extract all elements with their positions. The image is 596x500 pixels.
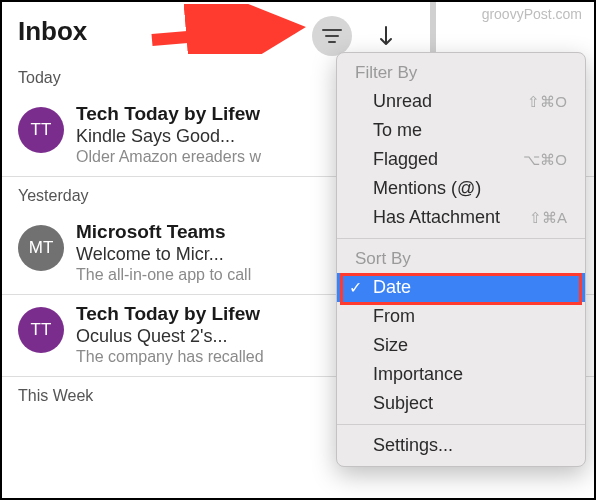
avatar: TT bbox=[18, 307, 64, 353]
watermark: groovyPost.com bbox=[482, 6, 582, 22]
menu-item-size[interactable]: Size bbox=[337, 331, 585, 360]
menu-divider bbox=[337, 424, 585, 425]
sort-direction-button[interactable] bbox=[366, 16, 406, 56]
menu-label: Subject bbox=[373, 393, 433, 414]
menu-shortcut: ⇧⌘O bbox=[527, 93, 567, 111]
menu-item-attachment[interactable]: Has Attachment ⇧⌘A bbox=[337, 203, 585, 232]
svg-line-4 bbox=[152, 28, 294, 40]
menu-section-filter: Filter By bbox=[337, 59, 585, 87]
menu-divider bbox=[337, 238, 585, 239]
menu-item-importance[interactable]: Importance bbox=[337, 360, 585, 389]
pane-divider bbox=[430, 2, 436, 52]
filter-sort-menu: Filter By Unread ⇧⌘O To me Flagged ⌥⌘O M… bbox=[336, 52, 586, 467]
menu-label: Settings... bbox=[373, 435, 453, 456]
menu-item-from[interactable]: From bbox=[337, 302, 585, 331]
menu-item-settings[interactable]: Settings... bbox=[337, 431, 585, 460]
annotation-arrow bbox=[142, 4, 322, 54]
menu-section-sort: Sort By bbox=[337, 245, 585, 273]
avatar: MT bbox=[18, 225, 64, 271]
menu-shortcut: ⌥⌘O bbox=[523, 151, 567, 169]
menu-label: From bbox=[373, 306, 415, 327]
menu-label: Flagged bbox=[373, 149, 438, 170]
menu-label: Has Attachment bbox=[373, 207, 500, 228]
filter-icon bbox=[322, 28, 342, 44]
menu-label: Mentions (@) bbox=[373, 178, 481, 199]
menu-label: Importance bbox=[373, 364, 463, 385]
arrow-down-icon bbox=[378, 25, 394, 47]
menu-item-unread[interactable]: Unread ⇧⌘O bbox=[337, 87, 585, 116]
page-title: Inbox bbox=[18, 16, 87, 47]
avatar: TT bbox=[18, 107, 64, 153]
menu-label: Date bbox=[373, 277, 411, 298]
menu-item-flagged[interactable]: Flagged ⌥⌘O bbox=[337, 145, 585, 174]
menu-label: To me bbox=[373, 120, 422, 141]
menu-item-subject[interactable]: Subject bbox=[337, 389, 585, 418]
menu-item-tome[interactable]: To me bbox=[337, 116, 585, 145]
menu-item-mentions[interactable]: Mentions (@) bbox=[337, 174, 585, 203]
menu-item-date[interactable]: Date bbox=[337, 273, 585, 302]
menu-shortcut: ⇧⌘A bbox=[529, 209, 567, 227]
menu-label: Size bbox=[373, 335, 408, 356]
menu-label: Unread bbox=[373, 91, 432, 112]
